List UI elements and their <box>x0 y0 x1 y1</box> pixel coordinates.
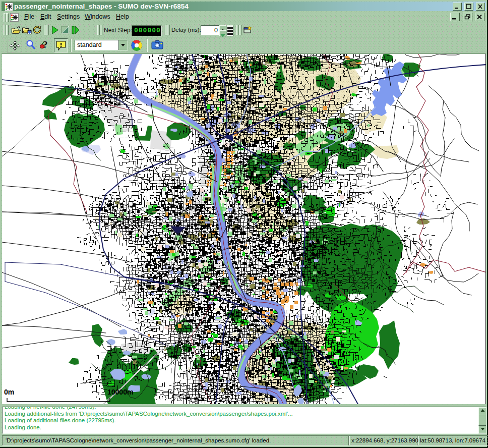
svg-text:10000m: 10000m <box>107 388 133 396</box>
svg-text:0m: 0m <box>4 388 14 396</box>
svg-text:?: ? <box>43 39 48 50</box>
